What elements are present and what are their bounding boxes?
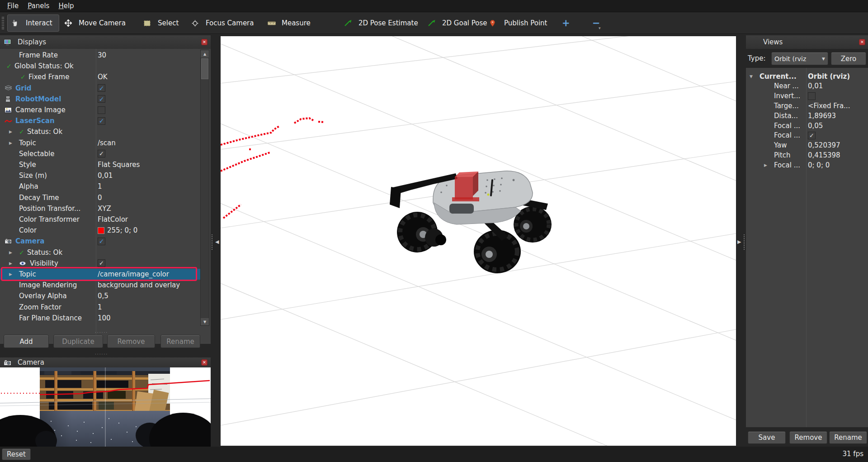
views-row-focal-[interactable]: ▶Focal ...0; 0; 0 xyxy=(746,160,868,170)
checkbox[interactable]: ✓ xyxy=(98,238,105,245)
tree-row-camera-image[interactable]: Camera Image xyxy=(0,105,200,115)
save-view-button[interactable]: Save xyxy=(748,431,786,444)
tool-2d-goal-pose[interactable]: 2D Goal Pose xyxy=(428,12,487,34)
add-tool-button[interactable]: + xyxy=(562,12,570,34)
3d-viewport[interactable] xyxy=(221,36,736,446)
color-swatch[interactable] xyxy=(98,227,104,234)
tree-row-overlay-alpha[interactable]: Overlay Alpha0,5 xyxy=(0,291,200,301)
menu-item-help[interactable]: Help xyxy=(54,0,78,11)
row-value[interactable]: 1 xyxy=(96,303,200,311)
scroll-up-icon[interactable]: ▲ xyxy=(201,50,209,57)
tool-focus-camera[interactable]: Focus Camera xyxy=(192,12,254,34)
row-value[interactable]: ✓ xyxy=(96,259,200,267)
row-value[interactable]: Orbit (rviz) xyxy=(808,72,867,81)
row-value[interactable]: OK xyxy=(96,73,200,81)
checkbox[interactable]: ✓ xyxy=(98,95,105,103)
expand-icon[interactable]: ▶ xyxy=(9,250,19,255)
tool-interact[interactable]: Interact xyxy=(7,14,59,32)
row-value[interactable]: /camera/image_color xyxy=(96,270,200,278)
tool-2d-pose-estimate[interactable]: 2D Pose Estimate xyxy=(344,12,418,34)
tree-row-robotmodel[interactable]: RobotModel✓ xyxy=(0,94,200,105)
row-value[interactable]: Flat Squares xyxy=(96,161,200,169)
views-row-dista-[interactable]: Dista...1,89693 xyxy=(746,111,868,120)
tree-row-camera[interactable]: Camera✓ xyxy=(0,236,200,247)
tree-row-position-transfor-[interactable]: Position Transfor...XYZ xyxy=(0,203,200,214)
tree-row-selectable[interactable]: Selectable✓ xyxy=(0,148,200,159)
tree-row-status-ok[interactable]: ▶✓Status: Ok xyxy=(0,247,200,258)
row-value[interactable]: ✓ xyxy=(96,150,200,157)
row-value[interactable]: 0,01 xyxy=(808,82,867,90)
rename-view-button[interactable]: Rename xyxy=(829,431,867,444)
views-row-invert-[interactable]: Invert... xyxy=(746,91,868,101)
row-value[interactable]: 0,05 xyxy=(808,122,867,130)
expand-icon[interactable]: ▶ xyxy=(764,163,774,167)
tool-measure[interactable]: Measure xyxy=(268,12,311,34)
checkbox[interactable]: ✓ xyxy=(98,117,105,125)
collapse-icon[interactable]: ▼ xyxy=(750,74,760,79)
row-value[interactable]: 0; 0; 0 xyxy=(808,161,867,169)
rename-button[interactable]: Rename xyxy=(160,335,200,348)
checkbox[interactable]: ✓ xyxy=(98,150,105,157)
row-value[interactable]: XYZ xyxy=(96,205,200,213)
tree-row-fixed-frame[interactable]: ✓Fixed FrameOK xyxy=(0,71,200,82)
tree-row-zoom-factor[interactable]: Zoom Factor1 xyxy=(0,302,200,313)
scrollbar-thumb[interactable] xyxy=(201,58,208,79)
row-value[interactable]: ✓ xyxy=(808,132,867,139)
expand-icon[interactable]: ▶ xyxy=(9,272,19,276)
tree-row-topic[interactable]: ▶Topic/camera/image_color xyxy=(0,269,200,280)
row-value[interactable]: 0,01 xyxy=(96,171,200,180)
row-value[interactable]: 0 xyxy=(96,194,200,202)
menu-item-panels[interactable]: Panels xyxy=(23,0,54,11)
tree-row-style[interactable]: StyleFlat Squares xyxy=(0,159,200,170)
toolbar-drag-handle[interactable] xyxy=(2,17,4,29)
row-value[interactable]: 1,89693 xyxy=(808,112,867,120)
row-value[interactable]: <Fixed Fra... xyxy=(808,102,867,110)
tree-row-global-status-ok[interactable]: ✓Global Status: Ok xyxy=(0,61,200,71)
remove-button[interactable]: Remove xyxy=(107,335,155,348)
checkbox[interactable]: ✓ xyxy=(808,132,816,139)
close-icon[interactable]: ✕ xyxy=(201,359,208,366)
tree-row-far-plane-distance[interactable]: Far Plane Distance100 xyxy=(0,313,200,324)
tool-publish-point[interactable]: Publish Point xyxy=(490,12,547,34)
expand-icon[interactable]: ▶ xyxy=(9,129,19,134)
remove-tool-button[interactable]: − ▾ xyxy=(592,12,600,34)
collapse-right-icon[interactable]: ▶ xyxy=(737,239,741,245)
reset-button[interactable]: Reset xyxy=(2,448,31,460)
row-value[interactable]: 100 xyxy=(96,314,200,322)
row-value[interactable]: 1 xyxy=(96,182,200,191)
row-value[interactable]: ✓ xyxy=(96,84,200,92)
tree-row-laserscan[interactable]: LaserScan✓ xyxy=(0,115,200,126)
tree-row-visibility[interactable]: ▶Visibility✓ xyxy=(0,258,200,269)
duplicate-button[interactable]: Duplicate xyxy=(53,335,103,348)
tool-select[interactable]: Select xyxy=(144,12,179,34)
row-value[interactable]: 30 xyxy=(96,51,200,59)
remove-view-button[interactable]: Remove xyxy=(789,431,827,444)
row-value[interactable]: 0,5 xyxy=(96,292,200,300)
close-icon[interactable]: ✕ xyxy=(859,39,865,45)
row-value[interactable]: 0,415398 xyxy=(808,151,867,159)
tree-row-color[interactable]: Color255; 0; 0 xyxy=(0,225,200,236)
row-value[interactable]: background and overlay xyxy=(96,281,200,289)
splitter-handle[interactable]: ······ xyxy=(95,330,108,335)
tree-row-grid[interactable]: Grid✓ xyxy=(0,83,200,94)
row-value[interactable]: 0,520397 xyxy=(808,141,867,149)
close-icon[interactable]: ✕ xyxy=(201,39,208,45)
checkbox[interactable] xyxy=(808,92,816,100)
splitter-handle[interactable] xyxy=(744,234,745,250)
checkbox[interactable]: ✓ xyxy=(98,259,105,267)
menu-item-file[interactable]: File xyxy=(3,0,23,11)
tree-row-status-ok[interactable]: ▶✓Status: Ok xyxy=(0,126,200,137)
views-row-targe-[interactable]: Targe...<Fixed Fra... xyxy=(746,101,868,110)
row-value[interactable]: /scan xyxy=(96,139,200,147)
row-value[interactable]: 255; 0; 0 xyxy=(96,226,200,234)
row-value[interactable]: FlatColor xyxy=(96,215,200,224)
row-value[interactable]: ✓ xyxy=(96,117,200,125)
view-type-dropdown[interactable]: Orbit (rviz ▼ xyxy=(771,52,828,65)
splitter-handle[interactable]: ······ xyxy=(95,352,108,357)
tree-row-color-transformer[interactable]: Color TransformerFlatColor xyxy=(0,214,200,225)
tree-row-alpha[interactable]: Alpha1 xyxy=(0,181,200,192)
tree-row-size-m-[interactable]: Size (m)0,01 xyxy=(0,170,200,181)
displays-scrollbar[interactable]: ▲ ▼ xyxy=(200,50,209,326)
zero-button[interactable]: Zero xyxy=(831,52,866,65)
collapse-left-icon[interactable]: ◀ xyxy=(215,239,219,245)
